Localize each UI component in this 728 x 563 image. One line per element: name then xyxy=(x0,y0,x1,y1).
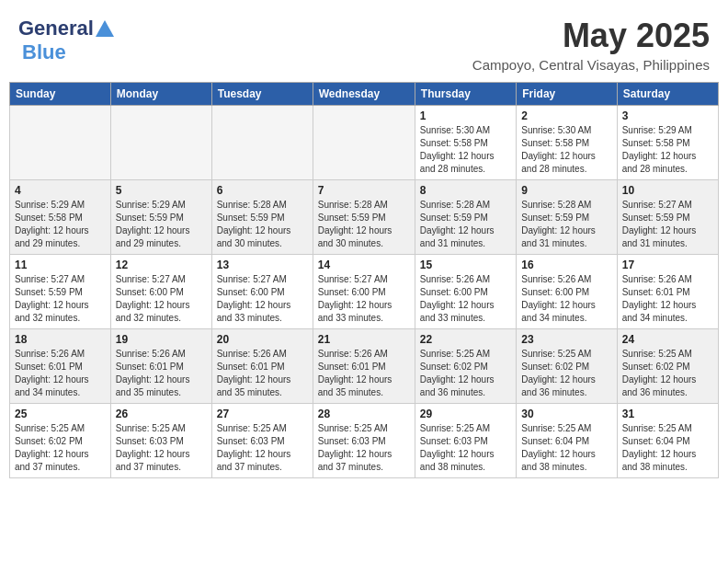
logo-triangle-icon xyxy=(96,20,114,37)
logo-general: General xyxy=(18,17,94,40)
calendar-cell: 2Sunrise: 5:30 AM Sunset: 5:58 PM Daylig… xyxy=(517,106,617,180)
day-info: Sunrise: 5:27 AM Sunset: 6:00 PM Dayligh… xyxy=(217,273,308,325)
column-header-tuesday: Tuesday xyxy=(211,83,313,106)
day-number: 11 xyxy=(15,259,106,271)
calendar-week-row: 18Sunrise: 5:26 AM Sunset: 6:01 PM Dayli… xyxy=(10,329,719,404)
day-info: Sunrise: 5:25 AM Sunset: 6:03 PM Dayligh… xyxy=(318,422,410,474)
column-header-sunday: Sunday xyxy=(10,83,111,106)
day-info: Sunrise: 5:29 AM Sunset: 5:58 PM Dayligh… xyxy=(15,199,106,250)
day-number: 4 xyxy=(15,184,106,197)
day-info: Sunrise: 5:26 AM Sunset: 6:00 PM Dayligh… xyxy=(521,273,611,325)
day-info: Sunrise: 5:25 AM Sunset: 6:03 PM Dayligh… xyxy=(217,422,308,474)
day-info: Sunrise: 5:25 AM Sunset: 6:02 PM Dayligh… xyxy=(521,348,611,399)
logo: General Blue xyxy=(18,17,114,64)
calendar-cell: 8Sunrise: 5:28 AM Sunset: 5:59 PM Daylig… xyxy=(415,180,516,255)
calendar-cell: 14Sunrise: 5:27 AM Sunset: 6:00 PM Dayli… xyxy=(313,255,415,329)
calendar-cell: 23Sunrise: 5:25 AM Sunset: 6:02 PM Dayli… xyxy=(517,329,617,404)
day-number: 13 xyxy=(217,259,308,271)
day-info: Sunrise: 5:27 AM Sunset: 5:59 PM Dayligh… xyxy=(15,273,106,325)
day-number: 9 xyxy=(521,184,611,197)
calendar-cell: 1Sunrise: 5:30 AM Sunset: 5:58 PM Daylig… xyxy=(415,106,516,180)
day-number: 1 xyxy=(420,109,511,122)
page-header: General Blue May 2025 Campoyo, Central V… xyxy=(9,9,719,76)
day-info: Sunrise: 5:26 AM Sunset: 6:01 PM Dayligh… xyxy=(15,348,106,399)
day-number: 19 xyxy=(116,333,207,346)
month-title: May 2025 xyxy=(472,17,710,55)
calendar-cell: 25Sunrise: 5:25 AM Sunset: 6:02 PM Dayli… xyxy=(10,404,111,478)
calendar-cell: 12Sunrise: 5:27 AM Sunset: 6:00 PM Dayli… xyxy=(110,255,211,329)
calendar-cell: 27Sunrise: 5:25 AM Sunset: 6:03 PM Dayli… xyxy=(211,404,313,478)
calendar-cell xyxy=(313,106,415,180)
day-number: 26 xyxy=(116,408,207,420)
calendar-cell: 15Sunrise: 5:26 AM Sunset: 6:00 PM Dayli… xyxy=(415,255,516,329)
location: Campoyo, Central Visayas, Philippines xyxy=(472,57,710,73)
day-number: 2 xyxy=(521,109,611,122)
column-header-thursday: Thursday xyxy=(415,83,516,106)
calendar-header-row: SundayMondayTuesdayWednesdayThursdayFrid… xyxy=(10,83,719,106)
day-info: Sunrise: 5:26 AM Sunset: 6:00 PM Dayligh… xyxy=(420,273,511,325)
calendar-cell: 22Sunrise: 5:25 AM Sunset: 6:02 PM Dayli… xyxy=(415,329,516,404)
calendar-cell: 11Sunrise: 5:27 AM Sunset: 5:59 PM Dayli… xyxy=(10,255,111,329)
column-header-saturday: Saturday xyxy=(617,83,718,106)
column-header-wednesday: Wednesday xyxy=(313,83,415,106)
day-info: Sunrise: 5:26 AM Sunset: 6:01 PM Dayligh… xyxy=(116,348,207,399)
calendar-cell: 30Sunrise: 5:25 AM Sunset: 6:04 PM Dayli… xyxy=(517,404,617,478)
calendar-cell: 18Sunrise: 5:26 AM Sunset: 6:01 PM Dayli… xyxy=(10,329,111,404)
day-info: Sunrise: 5:25 AM Sunset: 6:04 PM Dayligh… xyxy=(521,422,611,474)
calendar-cell: 31Sunrise: 5:25 AM Sunset: 6:04 PM Dayli… xyxy=(617,404,718,478)
column-header-monday: Monday xyxy=(110,83,211,106)
day-number: 16 xyxy=(521,259,611,271)
day-number: 3 xyxy=(622,109,713,122)
calendar-cell: 16Sunrise: 5:26 AM Sunset: 6:00 PM Dayli… xyxy=(517,255,617,329)
day-info: Sunrise: 5:27 AM Sunset: 6:00 PM Dayligh… xyxy=(116,273,207,325)
calendar-week-row: 1Sunrise: 5:30 AM Sunset: 5:58 PM Daylig… xyxy=(10,106,719,180)
logo-blue: Blue xyxy=(22,40,66,63)
day-number: 8 xyxy=(420,184,511,197)
day-info: Sunrise: 5:25 AM Sunset: 6:03 PM Dayligh… xyxy=(420,422,511,474)
day-info: Sunrise: 5:27 AM Sunset: 5:59 PM Dayligh… xyxy=(622,199,713,250)
day-number: 29 xyxy=(420,408,511,420)
calendar-cell: 13Sunrise: 5:27 AM Sunset: 6:00 PM Dayli… xyxy=(211,255,313,329)
day-number: 21 xyxy=(318,333,410,346)
day-info: Sunrise: 5:26 AM Sunset: 6:01 PM Dayligh… xyxy=(318,348,410,399)
calendar-cell: 4Sunrise: 5:29 AM Sunset: 5:58 PM Daylig… xyxy=(10,180,111,255)
day-info: Sunrise: 5:28 AM Sunset: 5:59 PM Dayligh… xyxy=(217,199,308,250)
calendar-cell: 26Sunrise: 5:25 AM Sunset: 6:03 PM Dayli… xyxy=(110,404,211,478)
day-number: 25 xyxy=(15,408,106,420)
column-header-friday: Friday xyxy=(517,83,617,106)
calendar-cell xyxy=(211,106,313,180)
day-number: 30 xyxy=(521,408,611,420)
calendar-cell: 29Sunrise: 5:25 AM Sunset: 6:03 PM Dayli… xyxy=(415,404,516,478)
day-number: 23 xyxy=(521,333,611,346)
day-info: Sunrise: 5:25 AM Sunset: 6:02 PM Dayligh… xyxy=(622,348,713,399)
calendar-cell xyxy=(10,106,111,180)
calendar-cell: 5Sunrise: 5:29 AM Sunset: 5:59 PM Daylig… xyxy=(110,180,211,255)
day-number: 17 xyxy=(622,259,713,271)
calendar-cell xyxy=(110,106,211,180)
calendar-week-row: 4Sunrise: 5:29 AM Sunset: 5:58 PM Daylig… xyxy=(10,180,719,255)
day-info: Sunrise: 5:26 AM Sunset: 6:01 PM Dayligh… xyxy=(217,348,308,399)
day-info: Sunrise: 5:25 AM Sunset: 6:04 PM Dayligh… xyxy=(622,422,713,474)
day-info: Sunrise: 5:26 AM Sunset: 6:01 PM Dayligh… xyxy=(622,273,713,325)
day-info: Sunrise: 5:30 AM Sunset: 5:58 PM Dayligh… xyxy=(420,124,511,176)
calendar-cell: 21Sunrise: 5:26 AM Sunset: 6:01 PM Dayli… xyxy=(313,329,415,404)
calendar-cell: 17Sunrise: 5:26 AM Sunset: 6:01 PM Dayli… xyxy=(617,255,718,329)
calendar-cell: 19Sunrise: 5:26 AM Sunset: 6:01 PM Dayli… xyxy=(110,329,211,404)
day-info: Sunrise: 5:25 AM Sunset: 6:02 PM Dayligh… xyxy=(420,348,511,399)
day-number: 14 xyxy=(318,259,410,271)
day-info: Sunrise: 5:27 AM Sunset: 6:00 PM Dayligh… xyxy=(318,273,410,325)
day-number: 31 xyxy=(622,408,713,420)
calendar-table: SundayMondayTuesdayWednesdayThursdayFrid… xyxy=(9,82,719,478)
day-info: Sunrise: 5:30 AM Sunset: 5:58 PM Dayligh… xyxy=(521,124,611,176)
day-number: 7 xyxy=(318,184,410,197)
day-number: 24 xyxy=(622,333,713,346)
calendar-cell: 20Sunrise: 5:26 AM Sunset: 6:01 PM Dayli… xyxy=(211,329,313,404)
calendar-cell: 24Sunrise: 5:25 AM Sunset: 6:02 PM Dayli… xyxy=(617,329,718,404)
day-info: Sunrise: 5:28 AM Sunset: 5:59 PM Dayligh… xyxy=(521,199,611,250)
day-number: 18 xyxy=(15,333,106,346)
day-info: Sunrise: 5:25 AM Sunset: 6:03 PM Dayligh… xyxy=(116,422,207,474)
calendar-cell: 7Sunrise: 5:28 AM Sunset: 5:59 PM Daylig… xyxy=(313,180,415,255)
title-section: May 2025 Campoyo, Central Visayas, Phili… xyxy=(472,17,710,73)
day-number: 20 xyxy=(217,333,308,346)
day-number: 12 xyxy=(116,259,207,271)
